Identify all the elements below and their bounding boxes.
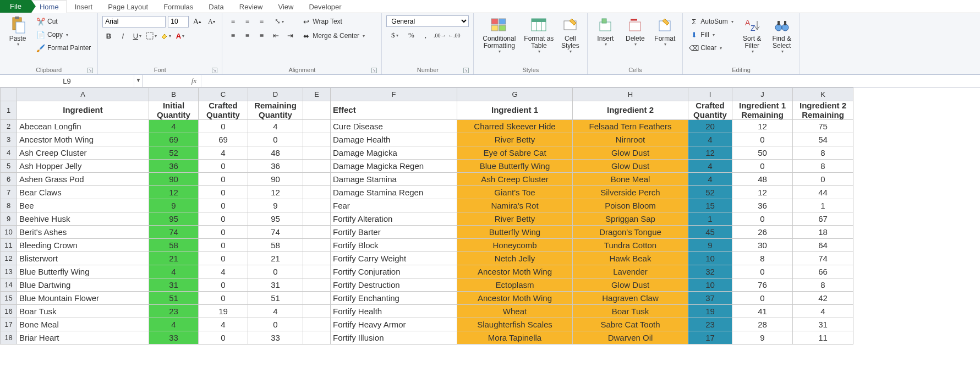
fx-icon[interactable]: fx [187,75,201,87]
cell-A17[interactable]: Bone Meal [17,318,149,331]
cell-I17[interactable]: 23 [688,318,732,331]
row-header-17[interactable]: 17 [1,318,17,331]
cell-E7[interactable] [303,186,331,199]
cell-K12[interactable]: 74 [793,252,853,265]
cell-B2[interactable]: 4 [149,120,199,133]
cell-C12[interactable]: 0 [199,252,248,265]
cell-A18[interactable]: Briar Heart [17,331,149,345]
cell-C15[interactable]: 0 [199,292,248,305]
cell-A2[interactable]: Abecean Longfin [17,120,149,133]
cell-G4[interactable]: Eye of Sabre Cat [457,146,573,160]
cell-D15[interactable]: 51 [248,292,303,305]
cell-B8[interactable]: 9 [149,199,199,212]
cell-C7[interactable]: 0 [199,186,248,199]
cell-K2[interactable]: 75 [793,120,853,133]
cell-E2[interactable] [303,120,331,133]
cell-H15[interactable]: Hagraven Claw [573,292,688,305]
cell-C5[interactable]: 0 [199,160,248,173]
cut-button[interactable]: ✂️Cut [34,15,93,28]
cell-G12[interactable]: Netch Jelly [457,252,573,265]
conditional-formatting-button[interactable]: Conditional Formatting▾ [478,15,520,54]
cell-I16[interactable]: 19 [688,305,732,318]
col-header-B[interactable]: B [149,88,199,101]
row-header-14[interactable]: 14 [1,278,17,292]
cell-C6[interactable]: 0 [199,173,248,186]
cell-J12[interactable]: 8 [732,252,793,265]
cell-K13[interactable]: 66 [793,265,853,278]
cell-A6[interactable]: Ashen Grass Pod [17,173,149,186]
cell-C8[interactable]: 0 [199,199,248,212]
row-header-2[interactable]: 2 [1,120,17,133]
row-header-8[interactable]: 8 [1,199,17,212]
cell-C14[interactable]: 0 [199,278,248,292]
row-header-15[interactable]: 15 [1,292,17,305]
cell-A15[interactable]: Blue Mountain Flower [17,292,149,305]
cell-B3[interactable]: 69 [149,133,199,146]
cell-B11[interactable]: 58 [149,239,199,252]
fill-color-button[interactable]: ▾ [160,30,172,42]
autosum-button[interactable]: ΣAutoSum▾ [687,15,735,28]
cell-G7[interactable]: Giant's Toe [457,186,573,199]
cell-A10[interactable]: Berit's Ashes [17,226,149,239]
cell-A14[interactable]: Blue Dartwing [17,278,149,292]
cell-I5[interactable]: 4 [688,160,732,173]
cell-G6[interactable]: Ash Creep Cluster [457,173,573,186]
cell-G2[interactable]: Charred Skeever Hide [457,120,573,133]
cell-G15[interactable]: Ancestor Moth Wing [457,292,573,305]
cell-C9[interactable]: 0 [199,212,248,226]
align-middle-button[interactable]: ≡ [241,15,253,28]
header-cell-A[interactable]: Ingredient [17,101,149,120]
align-right-button[interactable]: ≡ [255,30,267,42]
cell-B13[interactable]: 4 [149,265,199,278]
align-bottom-button[interactable]: ≡ [255,15,267,28]
cell-J6[interactable]: 48 [732,173,793,186]
shrink-font-button[interactable]: A▾ [205,15,217,28]
col-header-K[interactable]: K [793,88,853,101]
col-header-G[interactable]: G [457,88,573,101]
cell-F13[interactable]: Fortify Conjuration [331,265,457,278]
cell-F11[interactable]: Fortify Block [331,239,457,252]
cell-F7[interactable]: Damage Stamina Regen [331,186,457,199]
cell-H13[interactable]: Lavender [573,265,688,278]
header-cell-H[interactable]: Ingredient 2 [573,101,688,120]
header-cell-B[interactable]: InitialQuantity [149,101,199,120]
cell-I11[interactable]: 9 [688,239,732,252]
cell-J10[interactable]: 26 [732,226,793,239]
cell-G11[interactable]: Honeycomb [457,239,573,252]
font-size-combo[interactable] [168,16,189,28]
cell-F16[interactable]: Fortify Health [331,305,457,318]
col-header-I[interactable]: I [688,88,732,101]
orientation-button[interactable]: ⤡▾ [270,15,288,28]
cell-J15[interactable]: 0 [732,292,793,305]
bold-button[interactable]: B [102,30,114,42]
cell-F17[interactable]: Fortify Heavy Armor [331,318,457,331]
cell-J17[interactable]: 28 [732,318,793,331]
cell-F18[interactable]: Fortify Illusion [331,331,457,345]
cell-F15[interactable]: Fortify Enchanting [331,292,457,305]
cell-A8[interactable]: Bee [17,199,149,212]
merge-center-button[interactable]: ⬌Merge & Center▾ [299,30,367,42]
cell-K5[interactable]: 8 [793,160,853,173]
tab-developer[interactable]: Developer [301,1,349,13]
cell-H4[interactable]: Glow Dust [573,146,688,160]
cell-J5[interactable]: 0 [732,160,793,173]
cell-J14[interactable]: 76 [732,278,793,292]
cell-B4[interactable]: 52 [149,146,199,160]
paste-button[interactable]: Paste▾ [4,15,31,47]
cell-G3[interactable]: River Betty [457,133,573,146]
cell-D17[interactable]: 0 [248,318,303,331]
cell-C13[interactable]: 4 [199,265,248,278]
cell-E6[interactable] [303,173,331,186]
cell-A13[interactable]: Blue Butterfly Wing [17,265,149,278]
cell-E11[interactable] [303,239,331,252]
cell-C10[interactable]: 0 [199,226,248,239]
cell-C18[interactable]: 0 [199,331,248,345]
cell-J4[interactable]: 50 [732,146,793,160]
cell-K4[interactable]: 8 [793,146,853,160]
cell-I7[interactable]: 52 [688,186,732,199]
cell-J8[interactable]: 36 [732,199,793,212]
cell-A16[interactable]: Boar Tusk [17,305,149,318]
cell-B14[interactable]: 31 [149,278,199,292]
align-left-button[interactable]: ≡ [227,30,239,42]
cell-D12[interactable]: 21 [248,252,303,265]
